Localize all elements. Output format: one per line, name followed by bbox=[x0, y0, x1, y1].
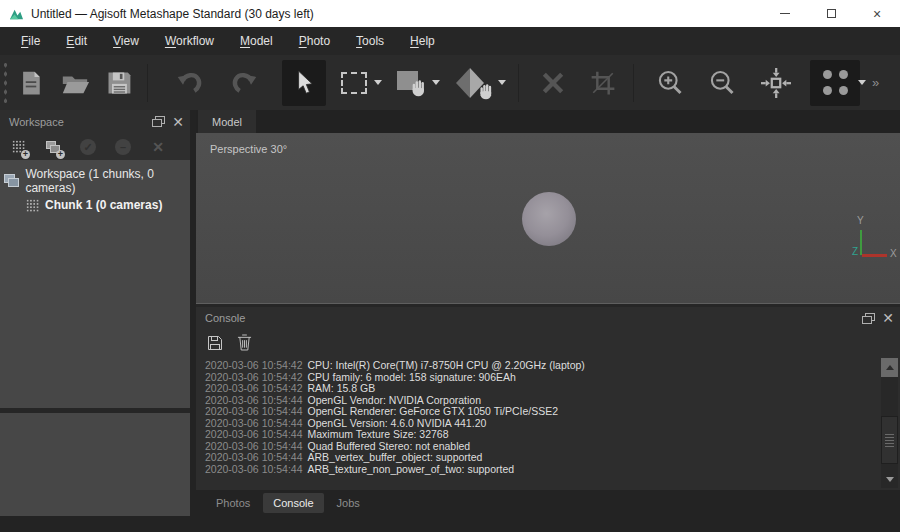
rectangle-selection-icon bbox=[341, 72, 367, 94]
zoom-out-icon bbox=[708, 69, 736, 97]
console-log-line: 2020-03-06 10:54:42RAM: 15.8 GB bbox=[205, 383, 880, 395]
console-panel-header: Console ✕ bbox=[196, 307, 900, 329]
save-log-icon[interactable] bbox=[207, 335, 223, 351]
maximize-button[interactable] bbox=[808, 0, 854, 27]
tree-item-workspace-root[interactable]: Workspace (1 chunks, 0 cameras) bbox=[0, 169, 190, 193]
menu-file[interactable]: File bbox=[8, 29, 53, 53]
close-button[interactable]: × bbox=[854, 0, 900, 27]
minimize-icon bbox=[780, 13, 790, 14]
rotate-dropdown-caret-icon[interactable] bbox=[498, 80, 506, 85]
main-toolbar: » bbox=[0, 55, 900, 110]
redo-icon bbox=[230, 69, 258, 97]
console-log-line: 2020-03-06 10:54:44Quad Buffered Stereo:… bbox=[205, 441, 880, 453]
add-chunk-button[interactable]: + bbox=[8, 137, 28, 157]
menu-view[interactable]: View bbox=[100, 29, 152, 53]
plus-badge-icon: + bbox=[56, 150, 65, 159]
navigation-button[interactable] bbox=[390, 60, 434, 106]
axis-z-label: Z bbox=[852, 246, 858, 257]
console-log-line: 2020-03-06 10:54:44ARB_vertex_buffer_obj… bbox=[205, 452, 880, 464]
undo-icon bbox=[176, 69, 204, 97]
console-log-line: 2020-03-06 10:54:42CPU family: 6 model: … bbox=[205, 372, 880, 384]
save-project-button[interactable] bbox=[97, 60, 141, 106]
menu-photo[interactable]: Photo bbox=[286, 29, 343, 53]
point-cloud-display-button[interactable] bbox=[810, 60, 860, 106]
document-area: Model Perspective 30° Y Z X Console bbox=[196, 110, 900, 516]
tree-item-chunk-1[interactable]: Chunk 1 (0 cameras) bbox=[0, 193, 190, 217]
float-panel-icon[interactable] bbox=[862, 313, 875, 324]
save-icon bbox=[105, 69, 133, 97]
tab-photos[interactable]: Photos bbox=[206, 493, 260, 513]
zoom-out-button[interactable] bbox=[700, 60, 744, 106]
console-log-line: 2020-03-06 10:54:44ARB_texture_non_power… bbox=[205, 464, 880, 476]
trackball-sphere[interactable] bbox=[522, 192, 576, 246]
open-folder-icon bbox=[60, 68, 90, 98]
zoom-in-button[interactable] bbox=[648, 60, 692, 106]
close-panel-icon[interactable]: ✕ bbox=[882, 311, 894, 325]
toolbar-drag-handle[interactable] bbox=[2, 63, 9, 103]
window-controls: × bbox=[762, 0, 900, 27]
display-dropdown-caret-icon[interactable] bbox=[858, 80, 866, 85]
fit-to-view-button[interactable] bbox=[754, 60, 798, 106]
toolbar-separator bbox=[633, 64, 634, 102]
menu-workflow[interactable]: Workflow bbox=[152, 29, 227, 53]
menu-edit[interactable]: Edit bbox=[53, 29, 100, 53]
toolbar-overflow-chevron[interactable]: » bbox=[872, 75, 879, 90]
new-project-button[interactable] bbox=[9, 60, 53, 106]
open-project-button[interactable] bbox=[53, 60, 97, 106]
menu-tools[interactable]: Tools bbox=[343, 29, 397, 53]
clear-log-trash-icon[interactable] bbox=[237, 334, 252, 351]
scroll-up-button[interactable] bbox=[881, 358, 898, 377]
selection-arrow-button[interactable] bbox=[282, 60, 326, 106]
console-toolbar bbox=[196, 329, 900, 356]
minimize-button[interactable] bbox=[762, 0, 808, 27]
navigation-dropdown-caret-icon[interactable] bbox=[432, 80, 440, 85]
projection-label: Perspective 30° bbox=[210, 143, 287, 155]
remove-x-icon: ✕ bbox=[152, 139, 164, 155]
app-window: Untitled — Agisoft Metashape Standard (3… bbox=[0, 0, 900, 532]
scroll-down-button[interactable] bbox=[881, 472, 898, 486]
console-log-line: 2020-03-06 10:54:44OpenGL Version: 4.6.0… bbox=[205, 418, 880, 430]
rectangle-selection-button[interactable] bbox=[332, 60, 376, 106]
axis-x-label: X bbox=[890, 248, 897, 259]
menu-model[interactable]: Model bbox=[227, 29, 286, 53]
axis-gizmo: Y Z X bbox=[825, 217, 897, 273]
menu-help[interactable]: Help bbox=[397, 29, 448, 53]
rotate-object-icon bbox=[454, 67, 494, 99]
console-panel-title: Console bbox=[205, 312, 245, 324]
redo-button bbox=[222, 60, 266, 106]
point-cloud-display-icon bbox=[823, 70, 848, 95]
disable-minus-icon: – bbox=[115, 139, 131, 155]
workspace-tree: Workspace (1 chunks, 0 cameras) Chunk 1 … bbox=[0, 160, 190, 408]
enable-button: ✓ bbox=[78, 137, 98, 157]
crop-icon bbox=[590, 70, 616, 96]
disable-button: – bbox=[113, 137, 133, 157]
tab-model[interactable]: Model bbox=[198, 110, 256, 133]
crop-button bbox=[581, 60, 625, 106]
scrollbar-thumb[interactable] bbox=[881, 416, 898, 464]
tab-console[interactable]: Console bbox=[263, 493, 323, 513]
window-title: Untitled — Agisoft Metashape Standard (3… bbox=[31, 7, 314, 21]
plus-badge-icon: + bbox=[21, 150, 30, 159]
console-panel: Console ✕ bbox=[196, 307, 900, 516]
axis-x-line bbox=[862, 254, 887, 257]
select-arrow-icon bbox=[291, 70, 317, 96]
toolbar-separator bbox=[147, 64, 148, 102]
new-document-icon bbox=[17, 69, 45, 97]
add-photos-button[interactable]: + bbox=[43, 137, 63, 157]
toolbar-separator bbox=[518, 64, 519, 102]
axis-y-label: Y bbox=[857, 215, 864, 226]
workspace-panel-header: Workspace ✕ bbox=[0, 110, 190, 133]
console-log[interactable]: 2020-03-06 10:54:42CPU: Intel(R) Core(TM… bbox=[196, 356, 900, 490]
model-viewport[interactable]: Perspective 30° Y Z X bbox=[196, 133, 900, 303]
selection-dropdown-caret-icon[interactable] bbox=[374, 80, 382, 85]
scroll-down-arrow-icon bbox=[886, 477, 894, 482]
console-scrollbar[interactable] bbox=[881, 358, 898, 488]
rotate-object-button[interactable] bbox=[448, 60, 500, 106]
float-panel-icon[interactable] bbox=[152, 116, 165, 127]
status-bar bbox=[0, 516, 900, 532]
zoom-in-icon bbox=[656, 69, 684, 97]
undo-button bbox=[168, 60, 212, 106]
delete-icon bbox=[540, 70, 566, 96]
tab-jobs[interactable]: Jobs bbox=[327, 493, 370, 513]
close-panel-icon[interactable]: ✕ bbox=[172, 115, 184, 129]
